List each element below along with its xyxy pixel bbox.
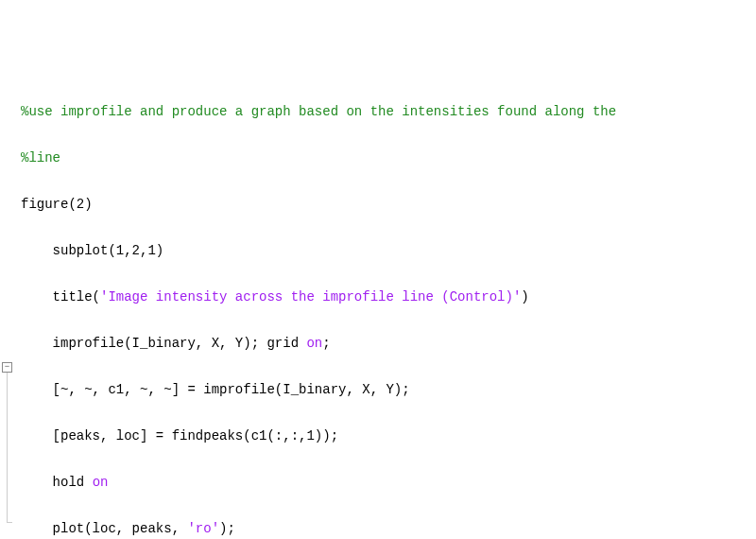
code-editor[interactable]: − %use improfile and produce a graph bas… (0, 8, 756, 539)
code-text: [~, ~, c1, ~, ~] = improfile(I_binary, X… (21, 382, 410, 397)
fold-guide-end (7, 522, 12, 523)
fold-gutter: − (0, 8, 17, 539)
code-line: [~, ~, c1, ~, ~] = improfile(I_binary, X… (21, 378, 756, 402)
code-text: ; (322, 336, 330, 351)
keyword-text: on (306, 336, 322, 351)
code-line: subplot(1,2,1) (21, 239, 756, 263)
code-line: [peaks, loc] = findpeaks(c1(:,:,1)); (21, 425, 756, 448)
string-text: 'ro' (187, 521, 219, 536)
fold-guide-line (7, 373, 8, 522)
code-line: plot(loc, peaks, 'ro'); (21, 517, 756, 539)
code-text: plot(loc, peaks, (21, 521, 187, 536)
string-text: 'Image intensity across the improfile li… (100, 289, 521, 304)
keyword-text: on (93, 475, 109, 490)
code-line: figure(2) (21, 193, 756, 217)
code-line: %use improfile and produce a graph based… (21, 100, 756, 124)
comment-text: %use improfile and produce a graph based… (21, 104, 616, 119)
code-text: [peaks, loc] = findpeaks(c1(:,:,1)); (21, 428, 338, 443)
code-text: subplot(1,2,1) (21, 243, 163, 258)
code-line: hold on (21, 471, 756, 495)
code-content[interactable]: %use improfile and produce a graph based… (21, 78, 756, 540)
code-text: ) (521, 289, 528, 304)
fold-toggle-for[interactable]: − (2, 362, 12, 373)
code-line: improfile(I_binary, X, Y); grid on; (21, 332, 756, 356)
code-text: figure(2) (21, 197, 93, 212)
code-text: title( (21, 289, 100, 304)
comment-text: %line (21, 150, 60, 165)
code-text: improfile(I_binary, X, Y); grid (21, 336, 306, 351)
code-text: ); (219, 521, 235, 536)
code-line: title('Image intensity across the improf… (21, 286, 756, 309)
code-text: hold (21, 475, 93, 490)
code-line: %line (21, 147, 756, 170)
